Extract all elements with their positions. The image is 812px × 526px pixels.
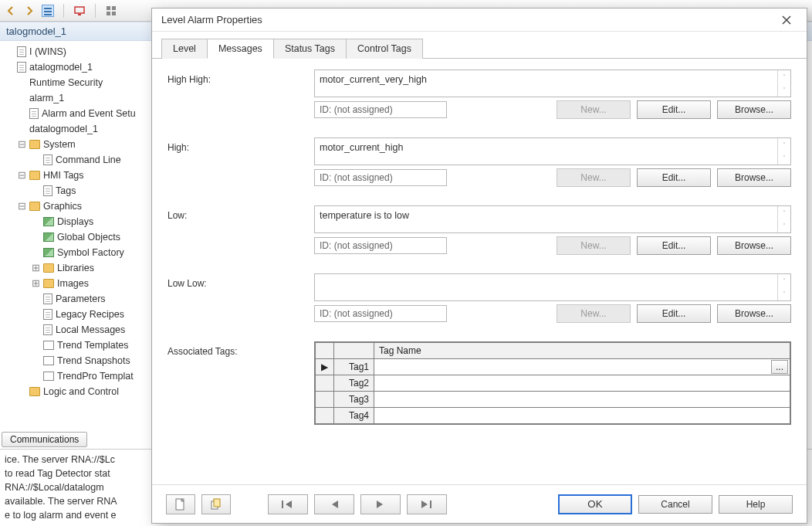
id-display: ID: (not assigned) bbox=[314, 237, 447, 254]
file-icon bbox=[43, 309, 52, 320]
svg-rect-7 bbox=[107, 12, 110, 15]
list-icon[interactable] bbox=[42, 5, 54, 17]
spin-up-icon[interactable]: ˄ bbox=[778, 70, 790, 83]
svg-rect-8 bbox=[112, 12, 116, 15]
dialog-footer: OK Cancel Help bbox=[152, 484, 807, 523]
id-display: ID: (not assigned) bbox=[314, 101, 447, 118]
file-icon bbox=[29, 108, 39, 119]
svg-rect-3 bbox=[75, 7, 84, 13]
tab-level[interactable]: Level bbox=[161, 39, 208, 59]
tree-twisty-icon[interactable]: ⊟ bbox=[17, 168, 26, 183]
spin-down-icon[interactable]: ˅ bbox=[778, 151, 790, 165]
id-display: ID: (not assigned) bbox=[314, 169, 447, 186]
tree-item-label: Parameters bbox=[56, 291, 106, 307]
new-button: New... bbox=[557, 236, 631, 255]
dialog-titlebar: Level Alarm Properties bbox=[152, 8, 807, 32]
grid-row[interactable]: ▶Tag1... bbox=[316, 358, 790, 375]
grid-icon[interactable] bbox=[105, 5, 117, 17]
new-record-icon[interactable] bbox=[166, 494, 195, 514]
svg-rect-11 bbox=[214, 499, 220, 507]
grid-row-marker bbox=[316, 375, 334, 391]
tree-twisty-icon[interactable]: ⊞ bbox=[31, 260, 40, 276]
tree-item-label: Global Objects bbox=[57, 229, 120, 245]
copy-record-icon[interactable] bbox=[201, 494, 231, 514]
spin-up-icon[interactable]: ˄ bbox=[778, 206, 790, 219]
spin-buttons[interactable]: ˄˅ bbox=[777, 70, 790, 97]
tree-item-label: TrendPro Templat bbox=[57, 368, 134, 384]
prev-record-icon[interactable] bbox=[314, 494, 354, 514]
new-button: New... bbox=[557, 100, 631, 119]
grid-row-label: Tag4 bbox=[334, 408, 374, 423]
message-input[interactable]: motor_current_high˄˅ bbox=[314, 137, 791, 165]
ok-button[interactable]: OK bbox=[558, 494, 632, 514]
spin-up-icon[interactable]: ˄ bbox=[778, 138, 790, 151]
tree-item-label: HMI Tags bbox=[43, 168, 84, 183]
last-record-icon[interactable] bbox=[407, 494, 447, 514]
field-label: High High: bbox=[167, 70, 306, 85]
img-icon bbox=[43, 217, 54, 226]
tab-status-tags[interactable]: Status Tags bbox=[273, 39, 347, 59]
browse-button[interactable]: Browse... bbox=[717, 304, 791, 323]
tree-item-label: datalogmodel_1 bbox=[29, 121, 98, 137]
folder-icon bbox=[29, 171, 40, 180]
tab-messages[interactable]: Messages bbox=[207, 39, 274, 59]
help-button[interactable]: Help bbox=[719, 495, 793, 514]
svg-rect-6 bbox=[112, 6, 116, 10]
ellipsis-button[interactable]: ... bbox=[771, 360, 788, 374]
file-icon bbox=[43, 324, 52, 335]
grid-row-value[interactable] bbox=[374, 375, 790, 391]
spin-buttons[interactable]: ˄˅ bbox=[777, 138, 790, 165]
grid-row[interactable]: Tag4 bbox=[316, 407, 790, 423]
svg-rect-12 bbox=[282, 501, 283, 508]
tree-twisty-icon[interactable]: ⊟ bbox=[17, 199, 26, 214]
file-icon bbox=[17, 62, 26, 73]
svg-rect-13 bbox=[430, 501, 431, 508]
field-label: Low Low: bbox=[167, 273, 306, 289]
folder-icon bbox=[29, 387, 40, 396]
file-icon bbox=[43, 185, 52, 196]
grid-row[interactable]: Tag3 bbox=[316, 391, 790, 407]
browse-button[interactable]: Browse... bbox=[717, 236, 791, 255]
folder-icon bbox=[43, 279, 54, 288]
back-icon[interactable] bbox=[5, 5, 17, 17]
grid-row-label: Tag2 bbox=[334, 375, 374, 391]
folder-icon bbox=[43, 263, 54, 273]
dialog-title-text: Level Alarm Properties bbox=[161, 14, 262, 25]
first-record-icon[interactable] bbox=[268, 494, 308, 514]
grid-row-value[interactable] bbox=[374, 408, 790, 423]
monitor-icon[interactable] bbox=[73, 5, 86, 17]
grid-row-value[interactable] bbox=[374, 392, 790, 407]
id-display: ID: (not assigned) bbox=[314, 305, 447, 322]
message-input[interactable]: temperature is to low˄˅ bbox=[314, 205, 791, 233]
message-input[interactable]: ˄˅ bbox=[314, 273, 791, 301]
grid-row-value[interactable]: ... bbox=[374, 359, 790, 375]
grid-row-label: Tag1 bbox=[334, 359, 374, 375]
spin-buttons[interactable]: ˄˅ bbox=[777, 206, 790, 232]
spin-buttons[interactable]: ˄˅ bbox=[777, 274, 790, 300]
next-record-icon[interactable] bbox=[360, 494, 401, 514]
edit-button[interactable]: Edit... bbox=[637, 236, 711, 255]
img-icon bbox=[43, 248, 54, 257]
cancel-button[interactable]: Cancel bbox=[638, 495, 712, 514]
spin-up-icon[interactable]: ˄ bbox=[778, 274, 790, 287]
grid-header-tagname: Tag Name bbox=[374, 343, 790, 358]
communications-tab-button[interactable]: Communications bbox=[2, 432, 87, 447]
forward-icon[interactable] bbox=[23, 5, 36, 17]
spin-down-icon[interactable]: ˅ bbox=[778, 83, 790, 97]
tab-control-tags[interactable]: Control Tags bbox=[346, 39, 423, 59]
file-icon bbox=[43, 154, 52, 165]
edit-button[interactable]: Edit... bbox=[637, 100, 711, 119]
edit-button[interactable]: Edit... bbox=[637, 304, 711, 323]
grid-row[interactable]: Tag2 bbox=[316, 375, 790, 391]
tree-twisty-icon[interactable]: ⊞ bbox=[31, 276, 40, 291]
tree-twisty-icon[interactable]: ⊟ bbox=[17, 137, 26, 152]
grid-header-marker bbox=[316, 343, 334, 358]
browse-button[interactable]: Browse... bbox=[717, 100, 791, 119]
message-input[interactable]: motor_current_very_high˄˅ bbox=[314, 70, 791, 97]
field-label: Low: bbox=[167, 205, 306, 221]
close-icon[interactable] bbox=[773, 11, 800, 29]
browse-button[interactable]: Browse... bbox=[717, 168, 791, 187]
spin-down-icon[interactable]: ˅ bbox=[778, 219, 790, 232]
spin-down-icon[interactable]: ˅ bbox=[778, 287, 790, 300]
edit-button[interactable]: Edit... bbox=[637, 168, 711, 187]
